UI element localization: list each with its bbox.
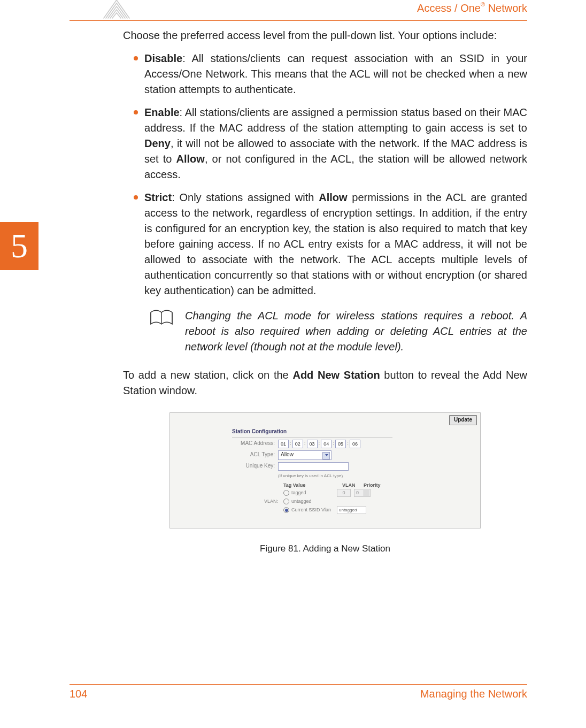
acl-row: ACL Type: Allow (232, 450, 392, 460)
mac-label: MAC Address: (232, 440, 278, 448)
chapter-number: 5 (11, 226, 28, 266)
option-enable: Enable: All stations/clients are assigne… (123, 105, 527, 182)
figure-81: Update Station Configuration MAC Address… (123, 412, 527, 556)
mac-octet-4[interactable]: 04 (321, 440, 331, 448)
vlan-label: VLAN: (232, 498, 283, 505)
add-station-paragraph: To add a new station, click on the Add N… (123, 367, 527, 399)
bullet-icon (134, 110, 138, 114)
vlan-opt-tagged[interactable]: tagged (283, 489, 337, 496)
chevron-down-icon (325, 454, 328, 456)
mac-octet-2[interactable]: 02 (292, 440, 303, 448)
option-list: Disable: All stations/clients can reques… (123, 51, 527, 298)
radio-untagged[interactable] (283, 499, 289, 504)
after-pre: To add a new station, click on the (123, 369, 292, 381)
after-btn-name: Add New Station (292, 369, 380, 381)
intro-text: Choose the preferred access level from t… (123, 28, 527, 43)
option-strict-post: permissions in the ACL are granted acces… (144, 191, 527, 296)
option-enable-deny: Deny (144, 137, 171, 149)
reg-mark: ® (481, 1, 485, 7)
book-icon (150, 309, 173, 332)
vlan-opt-untagged[interactable]: untagged (283, 498, 337, 505)
col-priority: Priority (364, 482, 385, 489)
note-text: Changing the ACL mode for wireless stati… (185, 308, 527, 355)
chapter-tab: 5 (0, 222, 38, 270)
priority-value: 0 (356, 490, 359, 495)
option-enable-title: Enable (144, 106, 180, 118)
acl-label: ACL Type: (232, 451, 278, 459)
radio-tagged[interactable] (283, 490, 289, 496)
option-enable-pre: : All stations/clients are assigned a pe… (144, 106, 527, 134)
key-hint: (If unique key is used in ACL type) (278, 473, 392, 479)
vlan-row-tagged: tagged 0 0 (232, 489, 392, 497)
bullet-icon (134, 195, 138, 200)
mac-octet-5[interactable]: 05 (335, 440, 346, 448)
option-strict-title: Strict (144, 191, 172, 203)
panel-title: Station Configuration (232, 428, 392, 438)
col-vlan: VLAN (342, 482, 364, 489)
acl-value: Allow (281, 451, 294, 457)
mac-octet-1[interactable]: 01 (278, 440, 289, 448)
key-label: Unique Key: (232, 462, 278, 470)
mac-row: MAC Address: 01: 02: 03: 04: 05: 06 (232, 440, 392, 448)
page-header: Access / One® Network (70, 0, 527, 21)
opt-tagged-label: tagged (291, 489, 306, 496)
vlan-row-untagged: VLAN: untagged (232, 498, 392, 505)
bullet-icon (134, 56, 138, 60)
mac-octet-6[interactable]: 06 (350, 440, 360, 448)
option-strict: Strict: Only stations assigned with Allo… (123, 190, 527, 298)
brand-title: Access / One® Network (417, 2, 527, 14)
brand-post: Network (485, 2, 527, 14)
opt-ssid-label: Current SSID Vlan (291, 507, 331, 514)
mac-octet-3[interactable]: 03 (307, 440, 318, 448)
vlan-number-input[interactable]: 0 (337, 489, 351, 497)
option-strict-pre: : Only stations assigned with (172, 191, 319, 203)
note-block: Changing the ACL mode for wireless stati… (150, 308, 527, 355)
page-content: Choose the preferred access level from t… (123, 28, 527, 556)
page-footer: 104 Managing the Network (70, 684, 527, 700)
vlan-rows: tagged 0 0 VLAN: untagged (232, 489, 392, 514)
col-tag: Tag Value (283, 482, 342, 489)
vlan-header-row: Tag Value VLAN Priority (283, 482, 392, 489)
mac-sep: : (290, 440, 291, 448)
station-config-panel: Station Configuration MAC Address: 01: 0… (232, 428, 392, 515)
brand-logo-icon (102, 0, 132, 19)
option-disable-title: Disable (144, 52, 182, 64)
opt-untagged-label: untagged (291, 498, 312, 505)
unique-key-input[interactable] (278, 462, 349, 471)
figure-caption: Figure 81. Adding a New Station (260, 542, 390, 556)
option-enable-allow: Allow (176, 153, 205, 165)
vlan-opt-ssid[interactable]: Current SSID Vlan (283, 507, 337, 514)
key-row: Unique Key: (232, 462, 392, 471)
priority-select[interactable]: 0 (354, 489, 371, 497)
option-strict-allow: Allow (319, 191, 347, 203)
mac-sep: : (304, 440, 306, 448)
ssid-vlan-value: untagged (337, 506, 366, 514)
mac-sep: : (347, 440, 349, 448)
vlan-row-ssid: Current SSID Vlan untagged (232, 506, 392, 514)
add-station-screenshot: Update Station Configuration MAC Address… (169, 412, 481, 528)
option-disable: Disable: All stations/clients can reques… (123, 51, 527, 97)
acl-type-select[interactable]: Allow (278, 450, 331, 460)
option-disable-text: : All stations/clients can request assoc… (144, 52, 527, 95)
mac-sep: : (333, 440, 334, 448)
page-number: 104 (70, 688, 87, 700)
section-title: Managing the Network (420, 688, 527, 700)
mac-sep: : (319, 440, 320, 448)
radio-current-ssid[interactable] (283, 507, 289, 513)
brand-pre: Access / One (417, 2, 481, 14)
update-button[interactable]: Update (449, 415, 477, 425)
